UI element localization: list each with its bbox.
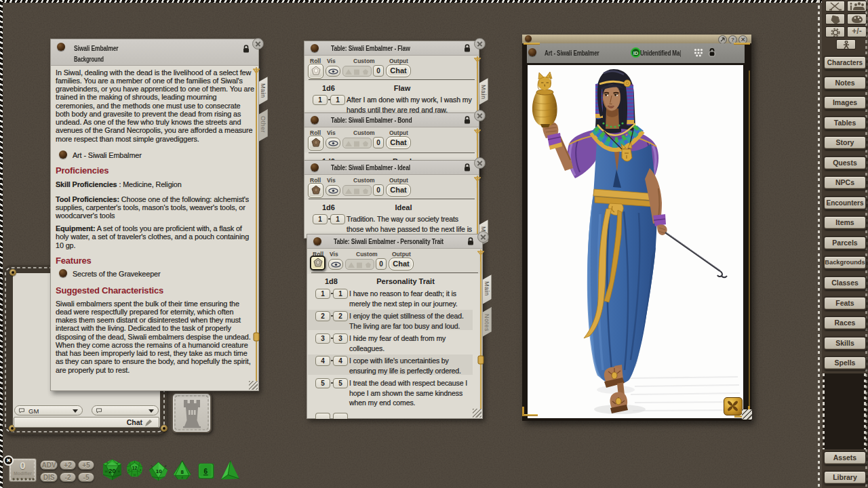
svg-text:4: 4	[128, 469, 130, 472]
svg-text:8: 8	[140, 469, 141, 472]
svg-text:10: 10	[156, 468, 162, 474]
svg-text:14: 14	[104, 470, 108, 473]
svg-text:20: 20	[108, 468, 115, 474]
svg-text:8: 8	[180, 469, 184, 475]
svg-text:10: 10	[134, 474, 136, 476]
svg-text:6: 6	[204, 468, 208, 475]
svg-text:ID: ID	[633, 50, 639, 56]
svg-text:12: 12	[132, 466, 138, 470]
